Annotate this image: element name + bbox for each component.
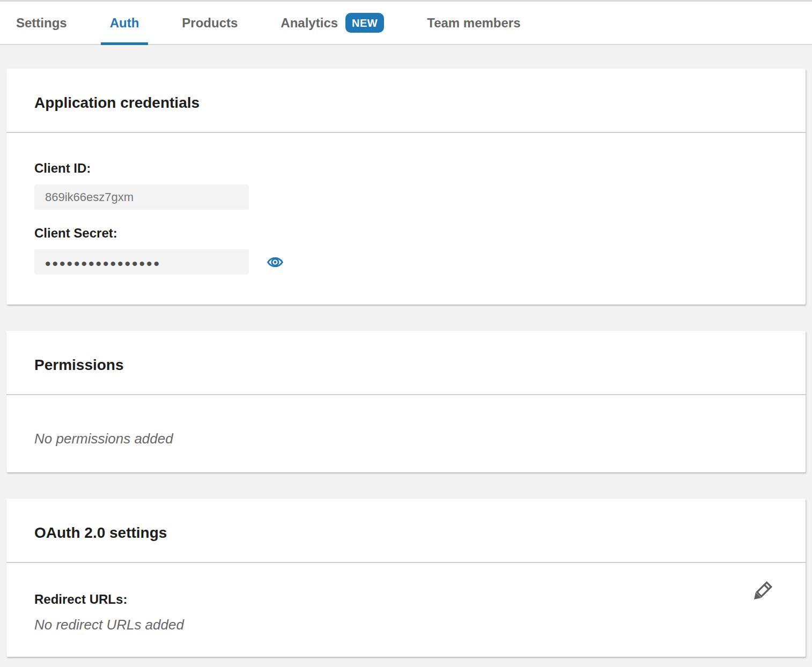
tab-bar: Settings Auth Products Analytics NEW Tea…: [0, 0, 812, 45]
card-title: OAuth 2.0 settings: [34, 525, 778, 541]
tab-products[interactable]: Products: [182, 2, 238, 44]
tab-analytics-label: Analytics: [280, 16, 338, 31]
client-secret-field[interactable]: ••••••••••••••••: [34, 249, 249, 275]
client-id-value: 869ik66esz7gxm: [45, 190, 134, 204]
client-id-field[interactable]: 869ik66esz7gxm: [34, 184, 249, 210]
tab-analytics[interactable]: Analytics NEW: [280, 2, 384, 44]
reveal-secret-button[interactable]: [266, 253, 284, 271]
permissions-header: Permissions: [6, 331, 806, 395]
tab-auth[interactable]: Auth: [110, 2, 139, 44]
oauth-settings-body: Redirect URLs: No redirect URLs added: [6, 563, 806, 657]
active-tab-underline: [101, 42, 149, 45]
permissions-body: No permissions added: [6, 395, 806, 472]
redirect-urls-label: Redirect URLs:: [34, 592, 778, 607]
no-redirect-urls-text: No redirect URLs added: [34, 617, 778, 633]
client-secret-masked-value: ••••••••••••••••: [45, 253, 161, 272]
eye-icon: [267, 254, 284, 271]
permissions-card: Permissions No permissions added: [6, 331, 806, 472]
oauth-settings-header: OAuth 2.0 settings: [6, 499, 806, 563]
tab-products-label: Products: [182, 16, 238, 31]
card-title: Application credentials: [34, 95, 778, 111]
card-title: Permissions: [34, 357, 778, 373]
tab-settings-label: Settings: [16, 16, 67, 31]
tab-settings[interactable]: Settings: [16, 2, 67, 44]
oauth-settings-card: OAuth 2.0 settings Redirect URLs: No red…: [6, 499, 806, 657]
application-credentials-card: Application credentials Client ID: 869ik…: [6, 69, 806, 305]
client-secret-label: Client Secret:: [34, 226, 778, 241]
no-permissions-text: No permissions added: [34, 431, 778, 447]
edit-redirect-urls-button[interactable]: [749, 579, 774, 605]
new-badge: NEW: [345, 13, 384, 33]
client-secret-row: ••••••••••••••••: [34, 249, 778, 275]
tab-team-members[interactable]: Team members: [427, 2, 520, 44]
client-id-label: Client ID:: [34, 161, 778, 176]
auth-page-content: Application credentials Client ID: 869ik…: [0, 45, 812, 657]
pencil-icon: [749, 580, 774, 604]
application-credentials-body: Client ID: 869ik66esz7gxm Client Secret:…: [6, 133, 806, 305]
application-credentials-header: Application credentials: [6, 69, 806, 133]
tab-team-members-label: Team members: [427, 16, 520, 31]
tab-auth-label: Auth: [110, 16, 139, 31]
